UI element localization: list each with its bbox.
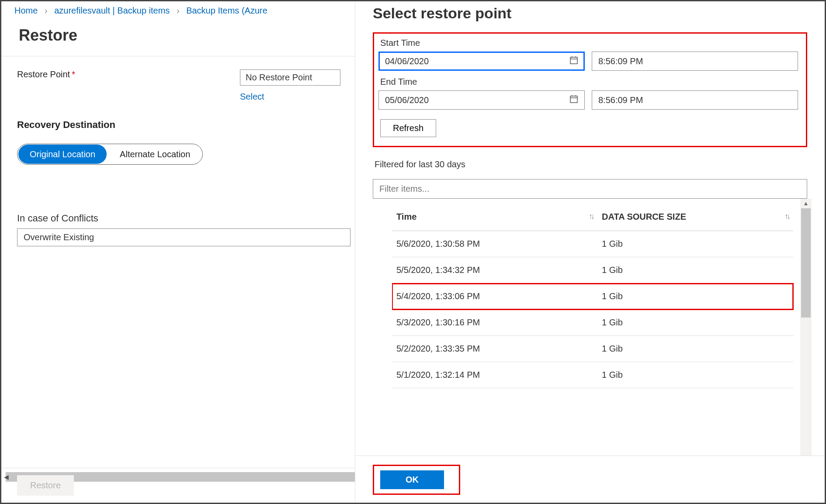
table-row[interactable]: 5/6/2020, 1:30:58 PM1 Gib (392, 231, 793, 257)
start-time-label: Start Time (380, 38, 798, 48)
breadcrumb-vault[interactable]: azurefilesvault | Backup items (54, 6, 170, 15)
restore-button[interactable]: Restore (17, 475, 74, 496)
conflicts-select[interactable]: Overwrite Existing (17, 228, 351, 246)
svg-rect-4 (570, 96, 577, 103)
table-row[interactable]: 5/1/2020, 1:32:14 PM1 Gib (392, 362, 793, 388)
time-range-section: Start Time 04/06/2020 8:56:09 PM End Tim… (373, 32, 807, 147)
end-time-input[interactable]: 8:56:09 PM (592, 90, 798, 110)
calendar-icon (569, 95, 578, 106)
recovery-destination-label: Recovery Destination (17, 119, 351, 131)
restore-footer: Restore (1, 468, 355, 503)
select-restore-point-link[interactable]: Select (240, 92, 264, 102)
chevron-right-icon: › (177, 6, 180, 15)
restore-points-table: Time ↑↓ DATA SOURCE SIZE ↑↓ 5/6/2020, 1:… (392, 199, 793, 388)
end-time-label: End Time (380, 77, 798, 87)
scrollbar-thumb[interactable] (801, 208, 811, 318)
table-row-selected[interactable]: 5/4/2020, 1:33:06 PM1 Gib (392, 283, 793, 310)
conflicts-label: In case of Conflicts (17, 213, 351, 224)
recovery-destination-toggle: Original Location Alternate Location (17, 144, 203, 165)
start-time-input[interactable]: 8:56:09 PM (592, 52, 798, 71)
vertical-scrollbar[interactable]: ▲ (800, 199, 812, 456)
filter-note: Filtered for last 30 days (375, 159, 807, 169)
filter-items-input[interactable] (373, 179, 807, 199)
start-date-input[interactable]: 04/06/2020 (378, 52, 585, 71)
breadcrumb-items[interactable]: Backup Items (Azure (186, 6, 267, 15)
column-header-time[interactable]: Time ↑↓ (392, 199, 597, 231)
scroll-up-icon: ▲ (800, 199, 812, 208)
breadcrumb: Home › azurefilesvault | Backup items › … (1, 1, 355, 20)
svg-rect-0 (570, 57, 577, 64)
end-date-input[interactable]: 05/06/2020 (378, 90, 585, 110)
select-restore-point-panel: Select restore point Start Time 04/06/20… (355, 1, 825, 503)
table-row[interactable]: 5/3/2020, 1:30:16 PM1 Gib (392, 310, 793, 336)
sort-icon: ↑↓ (589, 212, 593, 221)
restore-panel: Home › azurefilesvault | Backup items › … (1, 1, 355, 503)
refresh-button[interactable]: Refresh (380, 119, 436, 137)
restore-point-input[interactable]: No Restore Point (240, 69, 340, 86)
toggle-alternate-location[interactable]: Alternate Location (108, 145, 201, 164)
chevron-right-icon: › (45, 6, 48, 15)
panel-footer: OK (355, 456, 825, 503)
breadcrumb-home[interactable]: Home (14, 6, 38, 15)
page-title: Restore (1, 20, 355, 56)
panel-title: Select restore point (373, 1, 807, 32)
sort-icon: ↑↓ (784, 212, 789, 221)
column-header-size[interactable]: DATA SOURCE SIZE ↑↓ (597, 199, 793, 231)
ok-button[interactable]: OK (380, 470, 444, 489)
restore-point-label: Restore Point* (17, 69, 240, 79)
toggle-original-location[interactable]: Original Location (18, 145, 107, 164)
table-row[interactable]: 5/5/2020, 1:34:32 PM1 Gib (392, 257, 793, 283)
table-row[interactable]: 5/2/2020, 1:33:35 PM1 Gib (392, 336, 793, 362)
calendar-icon (569, 56, 578, 67)
